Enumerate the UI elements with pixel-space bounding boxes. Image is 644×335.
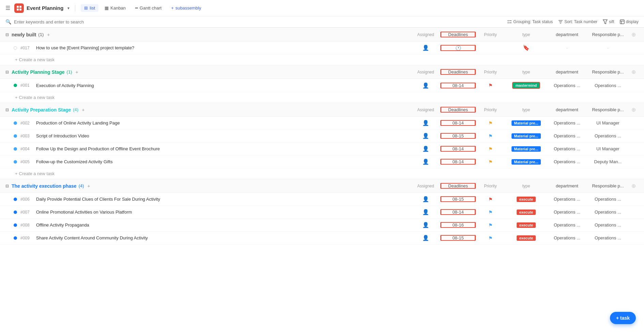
task-resp-006: Operations ... <box>587 197 628 202</box>
sift-control[interactable]: sift <box>603 19 614 24</box>
task-type-007[interactable]: execute <box>506 210 547 215</box>
deadline-value-008: 08-16 <box>452 222 464 228</box>
task-dot-003 <box>14 134 17 138</box>
add-task-fab[interactable]: + task <box>610 312 636 324</box>
task-priority-009: ⚑ <box>475 235 506 241</box>
create-task-preparation[interactable]: + Create a new task <box>0 168 644 179</box>
assigned-label-3: Assigned <box>417 107 434 112</box>
flag-icon-009: ⚑ <box>488 235 493 241</box>
task-assigned-008[interactable]: 👤 <box>410 222 441 228</box>
group-toggle-newly-built[interactable]: ⊟ <box>5 32 9 37</box>
group-add-preparation[interactable]: + <box>82 107 84 113</box>
group-toggle-preparation[interactable]: ⊟ <box>5 107 9 112</box>
person-icon-007: 👤 <box>422 209 429 215</box>
grouping-control[interactable]: Grouping: Task status <box>507 19 553 24</box>
task-deadline-002: 08-14 <box>441 120 475 125</box>
col-header-type-1: type <box>506 32 547 37</box>
task-cols-005: 👤 08-14 ⚑ Material pre... Operations ...… <box>410 158 639 165</box>
col-header-add-2[interactable]: ⊕ <box>628 69 639 75</box>
task-cols-009: 👤 08-15 ⚑ execute Operations ... Operati… <box>410 235 639 241</box>
sort-control[interactable]: Sort: Task number <box>558 19 597 24</box>
task-assigned-005[interactable]: 👤 <box>410 158 441 165</box>
clock-icon-017: 🕐 <box>455 45 461 51</box>
col-header-priority-2: Priority <box>475 70 506 74</box>
search-input[interactable] <box>14 19 504 24</box>
task-cols-008: 👤 08-16 ⚑ execute Operations ... Operati… <box>410 222 639 228</box>
task-num-002: #002 <box>20 121 33 125</box>
col-header-resp-2: Responsible p... <box>587 69 628 74</box>
task-assigned-007[interactable]: 👤 <box>410 209 441 215</box>
svg-rect-2 <box>17 9 19 11</box>
nav-list[interactable]: ⊞ list <box>81 4 98 12</box>
task-name-008: Offline Activity Propaganda <box>36 222 410 228</box>
person-icon-006: 👤 <box>422 196 429 202</box>
task-deadline-017: 🕐 <box>441 45 475 51</box>
task-assigned-003[interactable]: 👤 <box>410 133 441 139</box>
deadline-value-001: 08-14 <box>452 83 464 88</box>
task-resp-002: UI Manager <box>587 120 628 125</box>
task-row-007[interactable]: #007 Online Promotional Activities on Va… <box>0 206 644 219</box>
type-badge-001: mastermind <box>512 82 540 89</box>
task-type-001[interactable]: mastermind <box>506 82 547 89</box>
task-row-005[interactable]: #005 Follow-up the Customized Activity G… <box>0 155 644 168</box>
task-dept-004: Operations ... <box>547 146 587 151</box>
assigned-label-2: Assigned <box>417 70 434 74</box>
display-control[interactable]: display <box>620 19 639 24</box>
col-header-dept-2: department <box>547 69 587 74</box>
group-header-cols-planning: Assigned Deadlines Priority type departm… <box>410 69 639 75</box>
task-assigned-001[interactable]: 👤 <box>410 82 441 89</box>
app-dropdown-icon[interactable]: ▾ <box>67 6 69 11</box>
col-header-priority-1: Priority <box>475 32 506 37</box>
task-row-001[interactable]: #001 Execution of Activity Planning 👤 08… <box>0 79 644 92</box>
task-type-004[interactable]: Material pre... <box>506 146 547 152</box>
task-type-006[interactable]: execute <box>506 197 547 202</box>
group-activity-execution: ⊟ The activity execution phase (4) + Ass… <box>0 179 644 245</box>
task-row-003[interactable]: #003 Script of Introduction Video 👤 08-1… <box>0 130 644 143</box>
nav-kanban[interactable]: ▦ Kanban <box>101 4 129 12</box>
task-type-008[interactable]: execute <box>506 222 547 228</box>
task-dept-002: Operations ... <box>547 120 587 125</box>
dept-value-004: Operations ... <box>554 146 580 151</box>
bookmark-icon-017: 🔖 <box>523 45 530 51</box>
task-row-008[interactable]: #008 Offline Activity Propaganda 👤 08-16… <box>0 219 644 232</box>
col-header-add-3[interactable]: ⊕ <box>628 106 639 113</box>
group-add-newly-built[interactable]: + <box>47 32 50 37</box>
task-row-004[interactable]: #004 Follow Up the Design and Production… <box>0 143 644 155</box>
col-header-add-1[interactable]: ⊕ <box>628 31 639 38</box>
menu-icon[interactable]: ☰ <box>5 5 10 11</box>
group-header-preparation: ⊟ Activity Preparation Stage (4) + Assig… <box>0 103 644 117</box>
task-type-003[interactable]: Material pre... <box>506 133 547 139</box>
group-add-execution[interactable]: + <box>88 183 90 189</box>
task-dot-007 <box>14 211 17 214</box>
group-toggle-execution[interactable]: ⊟ <box>5 184 9 188</box>
task-row-006[interactable]: #006 Daily Provide Potential Clues of Cl… <box>0 193 644 206</box>
task-deadline-003: 08-15 <box>441 133 475 138</box>
task-row-002[interactable]: #002 Production of Online Activity Landi… <box>0 117 644 130</box>
plus-icon-create-3: + <box>15 171 18 176</box>
task-row-009[interactable]: #009 Share Activity Content Around Commu… <box>0 232 644 245</box>
col-header-add-4[interactable]: ⊕ <box>628 183 639 189</box>
task-assigned-004[interactable]: 👤 <box>410 146 441 152</box>
nav-gantt-label: Gantt chart <box>140 5 161 11</box>
create-task-newly-built[interactable]: + Create a new task <box>0 54 644 65</box>
add-col-icon-3: ⊕ <box>631 106 636 113</box>
resp-label-4: Responsible p... <box>592 183 624 188</box>
type-label-2: type <box>522 70 530 74</box>
task-assigned-002[interactable]: 👤 <box>410 120 441 126</box>
task-dot-017 <box>14 46 17 50</box>
group-newly-built: ⊟ newly built (1) + Assigned Deadlines P… <box>0 28 644 65</box>
task-dot-009 <box>14 236 17 240</box>
nav-gantt[interactable]: ━ Gantt chart <box>132 4 165 12</box>
create-task-planning[interactable]: + Create a new task <box>0 92 644 103</box>
nav-subassembly[interactable]: + subassembly <box>168 4 204 12</box>
task-assigned-006[interactable]: 👤 <box>410 196 441 202</box>
task-assigned-009[interactable]: 👤 <box>410 235 441 241</box>
group-toggle-planning[interactable]: ⊟ <box>5 70 9 74</box>
task-type-009[interactable]: execute <box>506 235 547 241</box>
task-type-002[interactable]: Material pre... <box>506 120 547 126</box>
task-assigned-017[interactable]: 👤 <box>410 45 441 51</box>
group-add-planning[interactable]: + <box>75 69 78 75</box>
task-priority-002: ⚑ <box>475 120 506 126</box>
task-row-017[interactable]: #017 How to use the [Event Planning] pro… <box>0 41 644 54</box>
task-type-005[interactable]: Material pre... <box>506 159 547 165</box>
